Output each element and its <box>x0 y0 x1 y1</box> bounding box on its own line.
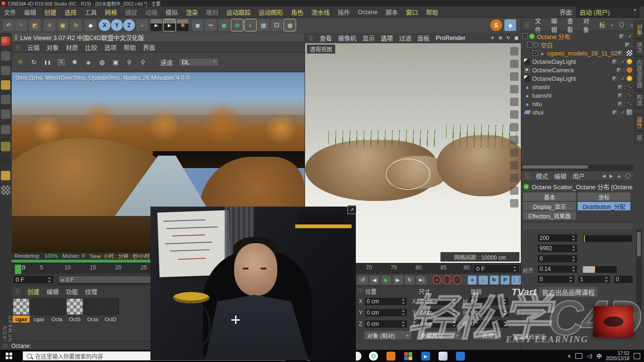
material-name[interactable]: Octa <box>84 316 101 323</box>
taskbar-app-icon[interactable] <box>404 352 413 361</box>
om-menu-objects[interactable]: 对象 <box>583 16 593 34</box>
viewport-strip-icon[interactable] <box>510 161 518 169</box>
primitive-cube-button[interactable] <box>192 19 204 31</box>
pos-z-field[interactable]: 0 cm <box>364 320 408 328</box>
vp-menu-prorender[interactable]: ProRender <box>436 34 465 41</box>
tab-coordinates[interactable]: 坐标 <box>578 193 630 201</box>
workplane-mode-icon[interactable] <box>1 80 10 90</box>
attr-menu-user[interactable]: 用户 <box>573 171 585 180</box>
menu-create[interactable]: 创建 <box>44 8 56 16</box>
redo-button[interactable] <box>15 19 27 31</box>
tab-content-browser[interactable]: 内容浏览器 <box>634 56 644 91</box>
visibility-toggle[interactable] <box>625 43 629 47</box>
viewport-rotate-icon[interactable]: ↻ <box>505 35 511 41</box>
tab-structure[interactable]: 构造 <box>634 91 644 109</box>
viewport-solo-icon[interactable] <box>1 156 10 166</box>
param-field[interactable]: 0 <box>537 254 578 263</box>
tree-row[interactable]: nitu : <box>521 100 633 108</box>
texture-tag-icon[interactable] <box>627 84 632 90</box>
viewport-pan-icon[interactable]: ✛ <box>489 35 495 41</box>
align-slider[interactable] <box>582 266 617 273</box>
next-key-button[interactable] <box>393 276 403 285</box>
coord-mode-dropdown[interactable]: 对象 (相对) <box>364 331 411 339</box>
spinner-icon[interactable] <box>401 321 405 327</box>
tree-row[interactable]: − Octane 分布 :✓ <box>521 32 633 40</box>
menu-tools[interactable]: 工具 <box>85 8 97 16</box>
lock-x-axis-button[interactable]: X <box>99 19 110 31</box>
visibility-toggle[interactable] <box>618 93 622 98</box>
taskbar-app-icon[interactable] <box>456 352 465 361</box>
render-view-button[interactable] <box>150 19 162 31</box>
picture-viewer-button[interactable] <box>111 58 120 67</box>
scale-tool[interactable] <box>57 19 69 31</box>
collapse-icon[interactable]: − <box>527 42 533 47</box>
last-tool-button[interactable] <box>85 19 96 31</box>
viewport-strip-icon[interactable] <box>510 174 518 182</box>
sun-tag-icon[interactable] <box>627 59 632 64</box>
tab-layers[interactable]: 层 <box>634 131 644 144</box>
attr-menu-mode[interactable]: 模式 <box>536 171 548 180</box>
align-field[interactable]: 0.14 <box>537 265 578 273</box>
mat-menu-texture[interactable]: 纹理 <box>85 287 97 296</box>
object-label[interactable]: 空白 <box>541 40 553 49</box>
viewport-zoom-icon[interactable]: ⊕ <box>497 35 503 41</box>
visibility-toggle[interactable] <box>620 34 624 39</box>
viewport-strip-icon[interactable] <box>510 123 518 131</box>
menu-overflow-icon[interactable]: ▸ <box>612 23 614 27</box>
om-menu-tags[interactable]: 标 <box>599 20 605 29</box>
vp-menu-cameras[interactable]: 摄像机 <box>338 33 356 42</box>
mat-menu-edit[interactable]: 编辑 <box>47 287 59 296</box>
vp-menu-options[interactable]: 选项 <box>381 33 393 42</box>
octane-logo-icon[interactable] <box>16 58 25 67</box>
tab-attributes[interactable]: 属性 <box>634 114 644 131</box>
object-label[interactable]: Octane 分布 <box>537 32 571 41</box>
snap-settings-icon[interactable] <box>1 185 10 195</box>
tab-basic[interactable]: 基本 <box>523 193 576 201</box>
viewport-strip-icon[interactable] <box>510 186 518 195</box>
polygons-mode-icon[interactable] <box>1 125 10 134</box>
object-label[interactable]: shui <box>532 109 543 116</box>
end-frame-field[interactable]: 0 F <box>473 264 519 273</box>
tree-row[interactable]: − 空白 : <box>521 40 633 49</box>
tree-row[interactable]: luanshi : <box>521 91 633 100</box>
restart-render-button[interactable] <box>29 58 39 67</box>
sun-tag-icon[interactable] <box>627 76 632 81</box>
viewport-maximize-icon[interactable]: ▣ <box>513 35 519 41</box>
spinner-icon[interactable] <box>47 277 51 283</box>
mat-menu-function[interactable]: 功能 <box>66 287 78 296</box>
menu-script[interactable]: 脚本 <box>385 8 398 16</box>
search-icon[interactable] <box>620 22 624 27</box>
focus-pick-button[interactable] <box>125 58 134 67</box>
move-tool[interactable] <box>44 19 55 31</box>
tab-objects[interactable]: 对象 <box>634 21 644 39</box>
menu-mesh[interactable]: 网格 <box>105 8 117 16</box>
lv-menu-materials[interactable]: 材质 <box>66 43 78 52</box>
spline-pen-button[interactable] <box>205 19 217 31</box>
environment-floor-button[interactable] <box>258 19 269 31</box>
material-name[interactable]: cgax <box>13 316 30 323</box>
taskbar-app-icon[interactable] <box>369 352 378 361</box>
material-thumbnail[interactable] <box>31 298 47 315</box>
visibility-toggle[interactable] <box>618 51 622 55</box>
visibility-toggle[interactable] <box>618 102 622 106</box>
texture-tag-icon[interactable] <box>627 50 632 56</box>
count-field[interactable]: 200 <box>537 234 578 242</box>
visibility-toggle[interactable] <box>613 110 617 115</box>
channel-dropdown[interactable]: DL <box>179 58 219 67</box>
expand-corner-icon[interactable]: ↗ <box>347 205 356 214</box>
om-menu-edit[interactable]: 编辑 <box>551 16 561 34</box>
menu-plugins[interactable]: 插件 <box>338 8 350 16</box>
pos-y-field[interactable]: 0 cm <box>364 308 408 317</box>
menu-edit[interactable]: 编辑 <box>24 8 36 16</box>
menu-file[interactable]: 文件 <box>4 8 16 16</box>
viewport-strip-icon[interactable] <box>510 199 518 208</box>
promo-thumbnail[interactable] <box>593 306 634 337</box>
spinner-icon[interactable] <box>513 266 517 272</box>
network-icon[interactable] <box>575 353 582 359</box>
history-back-icon[interactable]: ◀ <box>602 173 606 178</box>
menu-character[interactable]: 角色 <box>291 8 303 16</box>
pause-render-button[interactable] <box>43 58 52 67</box>
visibility-toggle[interactable] <box>613 77 617 81</box>
seed-field[interactable]: 9992 <box>537 244 578 253</box>
object-label[interactable]: cgaxis_models_28_11_02 <box>547 50 618 57</box>
